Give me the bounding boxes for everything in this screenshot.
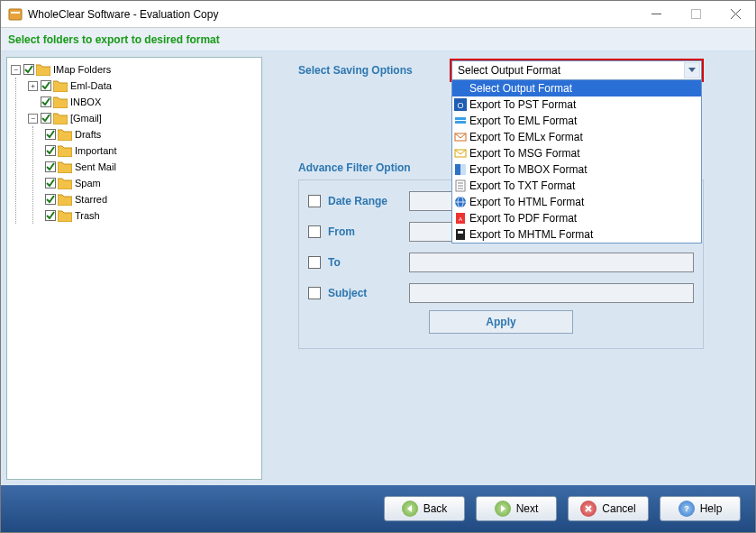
mhtml-icon — [454, 228, 467, 241]
collapse-icon[interactable]: − — [28, 114, 38, 124]
checkbox-checked-icon[interactable] — [41, 96, 51, 107]
svg-text:?: ? — [684, 504, 689, 513]
tree-node-trash[interactable]: Trash — [45, 207, 261, 224]
folder-icon — [58, 193, 72, 206]
checkbox-checked-icon[interactable] — [45, 145, 56, 156]
dropdown-option-emlx[interactable]: Export To EMLx Format — [452, 129, 701, 145]
from-checkbox[interactable] — [308, 225, 321, 238]
dropdown-option-mbox[interactable]: Export To MBOX Format — [452, 161, 701, 178]
next-arrow-icon — [495, 501, 511, 517]
dropdown-option-select[interactable]: Select Output Format — [452, 80, 701, 96]
tree-node-gmail[interactable]: − [Gmail] — [28, 110, 261, 126]
tree-node-important[interactable]: Important — [45, 142, 261, 159]
cancel-button[interactable]: Cancel — [568, 496, 649, 521]
page-subtitle: Select folders to export to desired form… — [1, 28, 755, 51]
dropdown-option-html[interactable]: Export To HTML Format — [452, 194, 701, 210]
subject-input[interactable] — [409, 283, 694, 303]
tree-node-eml-data[interactable]: + Eml-Data — [28, 78, 261, 94]
tree-node-starred[interactable]: Starred — [45, 191, 261, 207]
svg-rect-1 — [11, 12, 20, 14]
back-button[interactable]: Back — [384, 496, 465, 521]
title-bar: WholeClear Software - Evaluation Copy — [1, 1, 755, 28]
to-label: To — [328, 256, 409, 269]
checkbox-checked-icon[interactable] — [41, 80, 51, 91]
tree-label: Trash — [75, 210, 100, 221]
svg-rect-0 — [9, 9, 22, 20]
minimize-button[interactable] — [636, 1, 676, 28]
folder-icon — [53, 96, 68, 108]
checkbox-checked-icon[interactable] — [45, 178, 56, 188]
checkbox-checked-icon[interactable] — [45, 161, 56, 172]
svg-rect-21 — [456, 229, 465, 240]
tree-label: Eml-Data — [70, 80, 112, 91]
tree-label: [Gmail] — [70, 113, 102, 124]
combobox-value: Select Output Format — [458, 64, 560, 77]
checkbox-checked-icon[interactable] — [45, 194, 56, 205]
dropdown-option-eml[interactable]: Export To EML Format — [452, 113, 701, 129]
tree-label: INBOX — [70, 96, 101, 107]
checkbox-checked-icon[interactable] — [45, 210, 56, 221]
checkbox-checked-icon[interactable] — [23, 64, 34, 75]
dropdown-option-msg[interactable]: Export To MSG Format — [452, 145, 701, 161]
svg-rect-3 — [691, 10, 700, 19]
chevron-down-icon[interactable] — [684, 62, 700, 78]
output-format-dropdown[interactable]: Select Output Format OExport To PST Form… — [451, 80, 702, 244]
msg-icon — [454, 147, 467, 160]
folder-icon — [58, 144, 72, 157]
help-button[interactable]: ? Help — [660, 496, 741, 521]
subject-checkbox[interactable] — [308, 287, 321, 299]
dropdown-option-pdf[interactable]: AExport To PDF Format — [452, 210, 701, 226]
subject-label: Subject — [328, 287, 409, 299]
cancel-icon — [580, 501, 597, 517]
help-icon: ? — [679, 501, 695, 517]
to-input[interactable] — [409, 253, 694, 272]
tree-label: Important — [75, 145, 116, 156]
tree-node-sent-mail[interactable]: Sent Mail — [45, 159, 261, 175]
folder-icon — [53, 112, 68, 124]
dropdown-option-pst[interactable]: OExport To PST Format — [452, 96, 701, 113]
tree-label: Spam — [75, 178, 101, 188]
tree-node-root[interactable]: − IMap Folders — [11, 61, 261, 78]
tree-node-inbox[interactable]: · INBOX — [28, 94, 261, 110]
main-area: − IMap Folders + Eml-Dat — [1, 51, 755, 485]
bottom-toolbar: Back Next Cancel ? Help — [1, 485, 755, 532]
html-icon — [454, 196, 467, 208]
tree-node-drafts[interactable]: Drafts — [45, 126, 261, 142]
tree-label: Drafts — [75, 129, 101, 140]
app-window: WholeClear Software - Evaluation Copy Se… — [0, 0, 756, 533]
saving-options-label: Select Saving Options — [298, 64, 451, 77]
folder-icon — [53, 79, 68, 92]
folder-tree-panel: − IMap Folders + Eml-Dat — [6, 57, 262, 480]
dropdown-option-txt[interactable]: Export To TXT Format — [452, 178, 701, 194]
apply-button[interactable]: Apply — [429, 310, 573, 334]
output-format-combobox[interactable]: Select Output Format — [451, 60, 702, 80]
svg-rect-7 — [455, 121, 466, 124]
folder-icon — [58, 128, 72, 141]
expand-icon[interactable]: + — [28, 81, 38, 91]
to-checkbox[interactable] — [308, 256, 321, 269]
next-button[interactable]: Next — [476, 496, 557, 521]
date-range-checkbox[interactable] — [308, 195, 321, 207]
tree-label: IMap Folders — [53, 64, 111, 75]
emlx-icon — [454, 131, 467, 143]
pdf-icon: A — [454, 212, 467, 225]
txt-icon — [454, 179, 467, 192]
svg-text:O: O — [457, 101, 463, 110]
date-range-label: Date Range — [328, 195, 409, 207]
folder-icon — [58, 177, 72, 189]
folder-tree[interactable]: − IMap Folders + Eml-Dat — [7, 61, 261, 224]
checkbox-checked-icon[interactable] — [41, 113, 51, 124]
folder-icon — [36, 63, 50, 76]
svg-rect-10 — [455, 164, 460, 175]
collapse-icon[interactable]: − — [11, 65, 21, 75]
checkbox-checked-icon[interactable] — [45, 129, 56, 140]
close-button[interactable] — [715, 1, 755, 28]
svg-rect-2 — [651, 14, 661, 14]
maximize-button[interactable] — [676, 1, 715, 28]
content-panel: Select Saving Options Select Output Form… — [262, 51, 755, 485]
tree-label: Starred — [75, 194, 107, 205]
tree-node-spam[interactable]: Spam — [45, 175, 261, 191]
spacer: · — [28, 97, 38, 107]
app-icon — [8, 7, 23, 22]
dropdown-option-mhtml[interactable]: Export To MHTML Format — [452, 226, 701, 243]
